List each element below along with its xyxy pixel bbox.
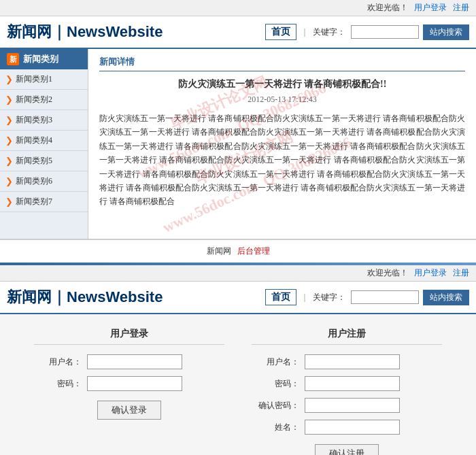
- arrow-icon-7: ❯: [5, 197, 13, 207]
- register-username-input[interactable]: [305, 354, 400, 369]
- login-submit-button[interactable]: 确认登录: [97, 401, 161, 420]
- second-nav-home[interactable]: 首页: [265, 289, 296, 305]
- keyword-label: 关键字：: [313, 27, 345, 38]
- header-nav: 首页 ｜ 关键字： 站内搜索: [265, 24, 469, 40]
- register-box-title: 用户注册: [252, 328, 442, 345]
- sidebar-item-label-1: 新闻类别1: [16, 73, 52, 85]
- register-password-label: 密码：: [252, 378, 299, 390]
- login-register-area: 用户登录 用户名： 密码： 确认登录 用户注册 用户名： 密码：: [0, 314, 476, 455]
- article-title: 防火灾演练五一第一天将进行 请各商铺积极配合!!: [99, 78, 465, 90]
- sidebar-item-label-3: 新闻类别3: [16, 114, 52, 126]
- admin-link[interactable]: 后台管理: [237, 246, 270, 256]
- register-confirm-input[interactable]: [305, 398, 400, 413]
- second-register-link[interactable]: 注册: [453, 268, 469, 277]
- arrow-icon-5: ❯: [5, 156, 13, 167]
- second-header-nav: 首页 ｜ 关键字： 站内搜索: [265, 289, 469, 305]
- second-welcome-text: 欢迎光临！: [367, 268, 408, 277]
- second-section: 欢迎光临！ 用户登录 注册 新闻网｜NewsWebsite 首页 ｜ 关键字： …: [0, 265, 476, 455]
- register-link[interactable]: 注册: [453, 3, 469, 12]
- sidebar-item-6[interactable]: ❯ 新闻类别6: [0, 171, 88, 192]
- nav-sep: ｜: [301, 27, 309, 38]
- sidebar-title: 新 新闻类别: [0, 49, 88, 69]
- login-password-row: 密码：: [34, 376, 224, 391]
- register-username-label: 用户名：: [252, 356, 299, 368]
- sidebar-item-5[interactable]: ❯ 新闻类别5: [0, 151, 88, 171]
- second-site-logo: 新闻网｜NewsWebsite: [7, 287, 163, 307]
- register-confirm-row: 确认密码：: [252, 398, 442, 413]
- sidebar: 新 新闻类别 ❯ 新闻类别1 ❯ 新闻类别2 ❯ 新闻类别3 ❯ 新闻类别4 ❯…: [0, 49, 88, 239]
- article-date: 2012-05-13 17:12:43: [99, 95, 465, 105]
- arrow-icon-1: ❯: [5, 74, 13, 85]
- register-realname-label: 姓名：: [252, 422, 299, 433]
- login-link[interactable]: 用户登录: [414, 3, 447, 12]
- register-password-input[interactable]: [305, 376, 400, 391]
- sidebar-item-label-4: 新闻类别4: [16, 135, 52, 146]
- sidebar-item-label-6: 新闻类别6: [16, 175, 52, 187]
- arrow-icon-2: ❯: [5, 95, 13, 105]
- second-search-button[interactable]: 站内搜索: [423, 290, 469, 305]
- second-keyword-label: 关键字：: [313, 292, 345, 303]
- register-realname-row: 姓名：: [252, 420, 442, 435]
- sidebar-item-label-2: 新闻类别2: [16, 94, 52, 105]
- arrow-icon-4: ❯: [5, 135, 13, 146]
- second-site-header: 新闻网｜NewsWebsite 首页 ｜ 关键字： 站内搜索: [0, 282, 476, 314]
- login-username-row: 用户名：: [34, 354, 224, 369]
- footer-site-name: 新闻网: [207, 246, 231, 256]
- login-box-title: 用户登录: [34, 328, 224, 345]
- register-username-row: 用户名：: [252, 354, 442, 369]
- register-submit-button[interactable]: 确认注册: [315, 444, 379, 455]
- sidebar-item-1[interactable]: ❯ 新闻类别1: [0, 69, 88, 90]
- login-password-label: 密码：: [34, 378, 82, 390]
- login-box: 用户登录 用户名： 密码： 确认登录: [34, 328, 224, 455]
- register-box: 用户注册 用户名： 密码： 确认密码： 姓名： 确认注册: [252, 328, 442, 455]
- search-button[interactable]: 站内搜索: [423, 24, 469, 40]
- content-area: 新闻详情 防火灾演练五一第一天将进行 请各商铺积极配合!! 2012-05-13…: [88, 49, 476, 239]
- search-input[interactable]: [351, 25, 419, 39]
- sidebar-item-2[interactable]: ❯ 新闻类别2: [0, 90, 88, 110]
- main-area: 毕业设计论文网 www.56doc.com QQ:306826066 毕业设计论…: [0, 49, 476, 239]
- footer: 新闻网 后台管理: [0, 239, 476, 263]
- login-username-label: 用户名：: [34, 356, 82, 368]
- sidebar-title-label: 新闻类别: [23, 53, 58, 65]
- register-confirm-label: 确认密码：: [252, 400, 299, 411]
- second-login-link[interactable]: 用户登录: [414, 268, 447, 277]
- article-body: 防火灾演练五一第一天将进行 请各商铺积极配合防火灾演练五一第一天将进行 请各商铺…: [99, 112, 465, 209]
- sidebar-item-label-7: 新闻类别7: [16, 196, 52, 207]
- site-header: 新闻网｜NewsWebsite 首页 ｜ 关键字： 站内搜索: [0, 16, 476, 49]
- sidebar-item-label-5: 新闻类别5: [16, 155, 52, 167]
- news-icon: 新: [7, 53, 19, 65]
- second-nav-sep: ｜: [301, 292, 309, 303]
- login-username-input[interactable]: [87, 354, 182, 369]
- top-bar: 欢迎光临！ 用户登录 注册: [0, 0, 476, 16]
- sidebar-item-7[interactable]: ❯ 新闻类别7: [0, 192, 88, 212]
- sidebar-item-4[interactable]: ❯ 新闻类别4: [0, 131, 88, 151]
- welcome-text: 欢迎光临！: [367, 3, 408, 12]
- register-btn-row: 确认注册: [252, 444, 442, 455]
- nav-home[interactable]: 首页: [265, 24, 296, 40]
- register-realname-input[interactable]: [305, 420, 400, 435]
- arrow-icon-3: ❯: [5, 115, 13, 126]
- sidebar-item-3[interactable]: ❯ 新闻类别3: [0, 110, 88, 131]
- second-top-bar: 欢迎光临！ 用户登录 注册: [0, 265, 476, 282]
- login-password-input[interactable]: [87, 376, 182, 391]
- arrow-icon-6: ❯: [5, 176, 13, 187]
- site-logo: 新闻网｜NewsWebsite: [7, 22, 163, 42]
- second-search-input[interactable]: [351, 290, 419, 304]
- register-password-row: 密码：: [252, 376, 442, 391]
- content-section-title: 新闻详情: [99, 56, 465, 71]
- login-btn-row: 确认登录: [34, 401, 224, 420]
